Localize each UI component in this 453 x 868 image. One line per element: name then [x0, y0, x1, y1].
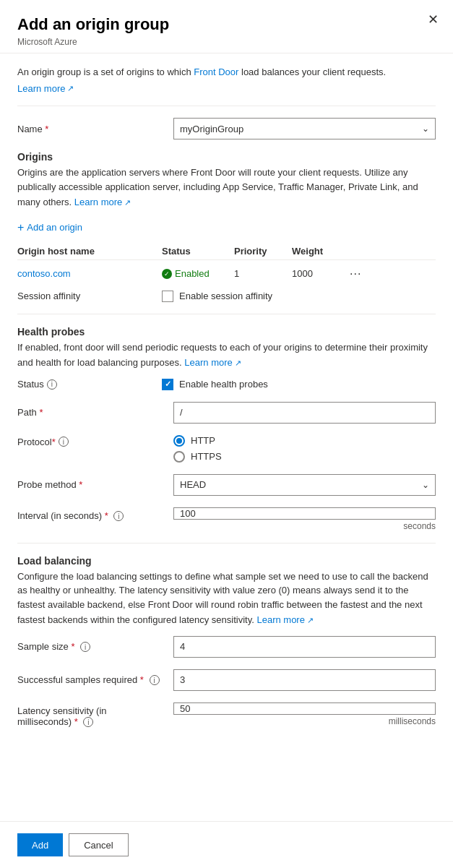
successful-samples-info-icon[interactable]: i: [150, 675, 160, 685]
protocol-https-radio[interactable]: [173, 451, 185, 463]
load-balancing-title: Load balancing: [17, 555, 436, 567]
interval-suffix: seconds: [173, 521, 436, 531]
origin-more: ···: [350, 267, 371, 280]
front-door-link[interactable]: Front Door: [194, 66, 238, 77]
health-probes-status-check: Enable health probes: [162, 379, 268, 390]
origin-host-link[interactable]: contoso.com: [17, 268, 71, 279]
protocol-https-label: HTTPS: [191, 451, 222, 462]
learn-more-1-container: Learn more ↗: [17, 82, 436, 94]
divider-1: [17, 106, 436, 106]
panel-title: Add an origin group: [17, 14, 436, 35]
sample-size-input[interactable]: [173, 636, 436, 658]
panel-header: Add an origin group Microsoft Azure ✕: [0, 0, 453, 53]
learn-more-2-text: Learn more: [74, 195, 122, 210]
successful-samples-label: Successful samples required * i: [17, 674, 162, 686]
probe-method-required: *: [79, 479, 82, 490]
origins-table-header: Origin host name Status Priority Weight: [17, 243, 436, 260]
protocol-info-icon[interactable]: i: [59, 437, 69, 447]
protocol-row: Protocol * i HTTP HTTPS: [17, 435, 436, 463]
latency-label: Latency sensitivity (in milliseconds) * …: [17, 702, 162, 728]
health-probes-title: Health probes: [17, 326, 436, 338]
latency-info-icon[interactable]: i: [83, 717, 93, 727]
successful-samples-input[interactable]: [173, 669, 436, 691]
session-affinity-checkbox[interactable]: [162, 291, 173, 302]
origin-priority: 1: [234, 268, 292, 279]
path-label: Path *: [17, 407, 162, 418]
status-info-icon[interactable]: i: [47, 379, 57, 390]
name-required: *: [45, 124, 48, 134]
panel-body: An origin group is a set of origins to w…: [0, 53, 453, 821]
interval-info-icon[interactable]: i: [113, 511, 124, 521]
health-probes-learn-more-text: Learn more: [184, 356, 232, 370]
panel-footer: Add Cancel: [0, 821, 453, 868]
protocol-https-option[interactable]: HTTPS: [173, 451, 222, 463]
interval-input[interactable]: [173, 507, 436, 520]
health-probes-status-label: Status i: [17, 379, 162, 390]
path-input[interactable]: [173, 402, 436, 424]
probe-method-row: Probe method * HEAD ⌄: [17, 474, 436, 496]
origin-status: ✓ Enabled: [162, 268, 234, 279]
protocol-http-radio[interactable]: [173, 435, 185, 447]
origin-weight: 1000: [292, 268, 350, 279]
status-enabled: ✓ Enabled: [162, 268, 234, 279]
sample-size-info-icon[interactable]: i: [80, 642, 90, 652]
protocol-http-label: HTTP: [191, 435, 215, 446]
health-probes-learn-more[interactable]: Learn more ↗: [184, 356, 241, 370]
learn-more-1-link[interactable]: Learn more ↗: [17, 83, 74, 94]
interval-required: *: [105, 510, 108, 521]
session-affinity-check: Enable session affinity: [162, 291, 272, 302]
close-button[interactable]: ✕: [428, 13, 439, 26]
add-origin-button[interactable]: + Add an origin: [17, 218, 82, 237]
external-link-icon-3: ↗: [235, 357, 241, 369]
probe-method-select[interactable]: HEAD ⌄: [173, 474, 436, 496]
interval-label: Interval (in seconds) * i: [17, 507, 162, 522]
name-select[interactable]: myOriginGroup ⌄: [173, 118, 436, 139]
more-button[interactable]: ···: [350, 267, 361, 280]
add-origin-group-panel: Add an origin group Microsoft Azure ✕ An…: [0, 0, 453, 868]
sample-size-label: Sample size * i: [17, 641, 162, 653]
external-link-icon-4: ↗: [307, 614, 314, 627]
health-probes-checkbox[interactable]: [162, 379, 173, 390]
origin-host: contoso.com: [17, 268, 162, 279]
session-affinity-checkbox-label: Enable session affinity: [179, 291, 272, 301]
path-required: *: [39, 407, 43, 418]
plus-icon: +: [17, 221, 24, 234]
health-probes-checkbox-label: Enable health probes: [179, 379, 268, 390]
col-actions: [350, 246, 371, 257]
origins-title: Origins: [17, 151, 436, 163]
table-row: contoso.com ✓ Enabled 1 1000 ···: [17, 263, 436, 285]
external-link-icon-1: ↗: [67, 84, 74, 93]
latency-suffix: milliseconds: [173, 716, 436, 726]
load-balancing-learn-more[interactable]: Learn more ↗: [256, 613, 313, 627]
col-priority: Priority: [234, 246, 292, 257]
cancel-button[interactable]: Cancel: [69, 833, 128, 856]
protocol-required: *: [52, 437, 56, 447]
probe-method-arrow: ⌄: [422, 480, 429, 490]
latency-required: *: [74, 716, 78, 727]
col-host: Origin host name: [17, 246, 162, 257]
learn-more-2-link[interactable]: Learn more ↗: [74, 195, 131, 210]
intro-text: An origin group is a set of origins to w…: [17, 66, 194, 77]
panel-subtitle: Microsoft Azure: [17, 37, 436, 47]
status-text: Enabled: [175, 268, 210, 279]
path-row: Path *: [17, 402, 436, 424]
latency-input[interactable]: [173, 702, 436, 715]
protocol-label: Protocol * i: [17, 435, 162, 447]
intro-description: An origin group is a set of origins to w…: [17, 65, 436, 80]
sample-size-row: Sample size * i: [17, 636, 436, 658]
session-affinity-row: Session affinity Enable session affinity: [17, 291, 436, 302]
name-label: Name *: [17, 124, 162, 134]
protocol-http-radio-inner: [176, 438, 182, 444]
protocol-http-option[interactable]: HTTP: [173, 435, 222, 447]
probe-method-value: HEAD: [180, 479, 206, 490]
latency-row: Latency sensitivity (in milliseconds) * …: [17, 702, 436, 728]
protocol-radio-group: HTTP HTTPS: [173, 435, 222, 463]
origins-desc: Origins are the application servers wher…: [17, 166, 436, 210]
divider-3: [17, 543, 436, 543]
probe-method-label: Probe method *: [17, 479, 162, 490]
add-button[interactable]: Add: [17, 833, 63, 856]
interval-wrapper: seconds: [173, 507, 436, 531]
successful-samples-required: *: [140, 674, 144, 685]
health-probes-status-row: Status i Enable health probes: [17, 379, 436, 390]
load-balancing-desc-text: Configure the load balancing settings to…: [17, 571, 428, 626]
